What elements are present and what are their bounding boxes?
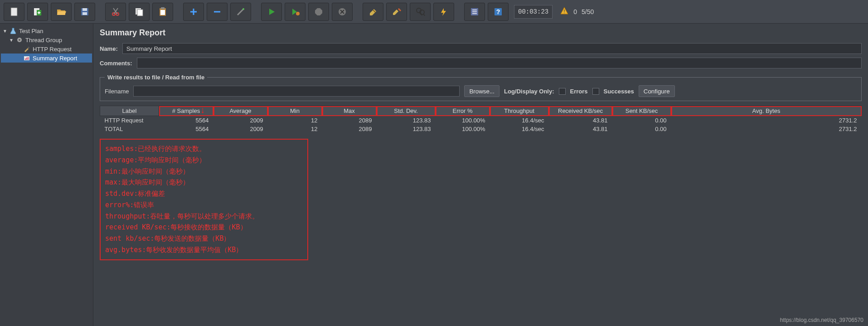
errors-checkbox[interactable] [559, 88, 566, 95]
table-cell: 2089 [322, 116, 377, 125]
copy-button[interactable] [129, 3, 150, 21]
report-icon [23, 54, 31, 62]
clear-button[interactable] [363, 3, 383, 21]
tree-item-label: Thread Group [25, 37, 62, 44]
warning-icon: ! [560, 6, 569, 17]
file-open-button[interactable] [51, 3, 72, 21]
stop-button[interactable] [308, 3, 329, 21]
clear-all-button[interactable] [386, 3, 407, 21]
remove-button[interactable] [207, 3, 228, 21]
filename-input[interactable] [133, 86, 460, 97]
help-button[interactable]: ? [488, 3, 509, 21]
col-avgbytes[interactable]: Avg. Bytes [671, 106, 862, 116]
table-cell: 100.00% [436, 125, 490, 133]
tree-item-http-request[interactable]: HTTP Request [1, 44, 92, 54]
search-button[interactable] [410, 3, 431, 21]
file-fieldset: Write results to file / Read from file F… [100, 74, 862, 101]
col-stddev[interactable]: Std. Dev. [377, 106, 436, 116]
shutdown-button[interactable] [332, 3, 353, 21]
col-max[interactable]: Max [322, 106, 377, 116]
comments-input[interactable] [137, 58, 862, 68]
col-label[interactable]: Label [100, 106, 159, 116]
fieldset-legend: Write results to file / Read from file [105, 74, 207, 81]
table-header-row: Label # Samples Average Min Max Std. Dev… [100, 106, 862, 116]
expand-icon[interactable]: ▼ [3, 29, 7, 34]
svg-text:?: ? [496, 8, 500, 15]
svg-point-15 [296, 12, 300, 15]
svg-point-24 [19, 39, 20, 41]
svg-text:!: ! [564, 9, 565, 14]
browse-button[interactable]: Browse... [464, 85, 499, 97]
tree-item-summary-report[interactable]: Summary Report [1, 54, 92, 63]
col-sent[interactable]: Sent KB/sec [612, 106, 671, 116]
table-cell: 2089 [322, 125, 377, 133]
table-cell: 0.00 [612, 125, 671, 133]
successes-checkbox[interactable] [592, 88, 599, 95]
reset-search-button[interactable] [433, 3, 454, 21]
col-received[interactable]: Received KB/sec [549, 106, 612, 116]
svg-rect-10 [137, 10, 143, 16]
add-button[interactable] [183, 3, 204, 21]
col-throughput[interactable]: Throughput [490, 106, 549, 116]
panel-title: Summary Report [100, 28, 862, 38]
table-cell: 2009 [213, 125, 268, 133]
configure-button[interactable]: Configure [639, 85, 675, 97]
logdisplay-label: Log/Display Only: [504, 88, 554, 95]
paste-button[interactable] [152, 3, 173, 21]
table-row[interactable]: TOTAL55642009122089123.83100.00%16.4/sec… [100, 125, 862, 133]
table-cell: 2731.2 [671, 116, 862, 125]
table-cell: 43.81 [549, 116, 612, 125]
col-average[interactable]: Average [213, 106, 268, 116]
tree-item-test-plan[interactable]: ▼ Test Plan [1, 26, 92, 35]
run-notimers-button[interactable] [285, 3, 305, 21]
svg-point-25 [28, 47, 29, 49]
toolbar: ? 00:03:23 ! 0 5/50 [0, 0, 868, 24]
svg-rect-12 [161, 7, 165, 9]
svg-rect-28 [26, 58, 27, 60]
svg-point-14 [242, 8, 244, 10]
table-cell: 43.81 [549, 125, 612, 133]
table-cell: 100.00% [436, 116, 490, 125]
summary-table: Label # Samples Average Min Max Std. Dev… [100, 106, 862, 133]
cut-button[interactable] [105, 3, 126, 21]
successes-label: Successes [604, 88, 634, 95]
summary-report-panel: Summary Report Name: Comments: Write res… [93, 24, 868, 326]
name-input[interactable] [122, 43, 862, 54]
expand-icon[interactable]: ▼ [9, 38, 14, 43]
col-min[interactable]: Min [268, 106, 322, 116]
svg-rect-29 [28, 57, 29, 60]
tree-item-label: Summary Report [33, 55, 77, 62]
function-helper-button[interactable] [464, 3, 485, 21]
svg-rect-27 [25, 58, 26, 60]
table-row[interactable]: HTTP Request55642009122089123.83100.00%1… [100, 116, 862, 125]
table-cell: 5564 [159, 116, 213, 125]
thread-count: 5/50 [582, 8, 594, 15]
svg-rect-5 [82, 8, 87, 11]
tree-item-label: HTTP Request [33, 46, 72, 53]
table-cell: 2009 [213, 116, 268, 125]
wand-button[interactable] [230, 3, 251, 21]
table-cell: 2731.2 [671, 125, 862, 133]
table-cell: 12 [268, 116, 322, 125]
file-new-button[interactable] [4, 3, 24, 21]
annotation-box: samples:已经执行的请求次数。 average:平均响应时间（毫秒） mi… [100, 139, 308, 260]
test-plan-tree: ▼ Test Plan ▼ Thread Group HTTP Request … [0, 24, 93, 326]
file-save-button[interactable] [74, 3, 95, 21]
file-new-template-button[interactable] [27, 3, 48, 21]
table-cell: 5564 [159, 125, 213, 133]
table-cell: 123.83 [377, 116, 436, 125]
table-cell: HTTP Request [100, 116, 159, 125]
run-button[interactable] [261, 3, 282, 21]
table-cell: TOTAL [100, 125, 159, 133]
elapsed-timer: 00:03:23 [514, 5, 553, 19]
gear-icon [15, 36, 24, 44]
svg-rect-13 [160, 10, 165, 15]
col-samples[interactable]: # Samples [159, 106, 213, 116]
filename-label: Filename [105, 88, 129, 95]
col-error[interactable]: Error % [436, 106, 490, 116]
table-cell: 16.4/sec [490, 125, 549, 133]
beaker-icon [9, 27, 17, 34]
svg-rect-6 [82, 12, 87, 15]
tree-item-label: Test Plan [19, 28, 43, 34]
tree-item-thread-group[interactable]: ▼ Thread Group [1, 35, 92, 44]
